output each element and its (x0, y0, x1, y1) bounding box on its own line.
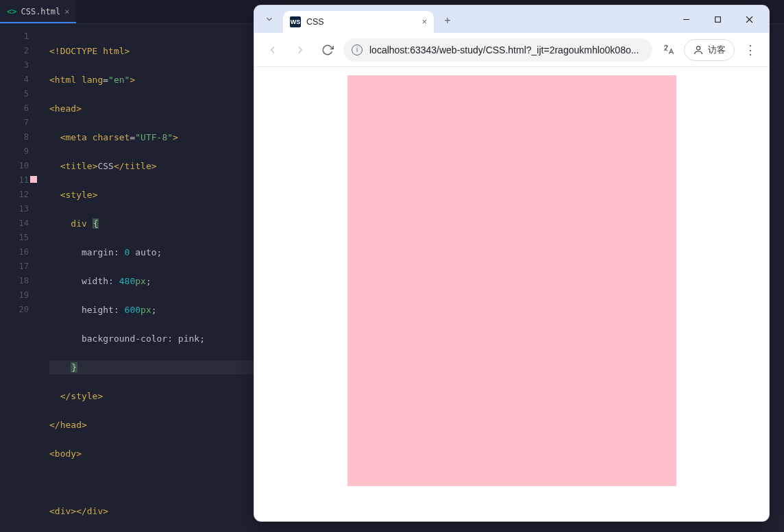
line-number: 16 (0, 245, 29, 259)
forward-button[interactable] (289, 38, 312, 62)
line-number: 14 (0, 216, 29, 231)
close-icon[interactable]: × (64, 7, 69, 16)
line-number: 4 (0, 73, 29, 87)
ide-tab-csshtml[interactable]: <> CSS.html × (0, 0, 76, 23)
line-number: 5 (0, 87, 29, 101)
line-number: 8 (0, 130, 29, 144)
line-number: 13 (0, 202, 29, 216)
new-tab-button[interactable]: + (438, 11, 457, 30)
line-number: 19 (0, 288, 29, 303)
browser-titlebar[interactable]: WS CSS × + (254, 5, 769, 33)
line-number-gutter: 1 2 3 4 5 6 7 8 9 10 11 12 13 14 15 16 1… (0, 24, 38, 532)
page-viewport[interactable] (254, 67, 769, 521)
tab-search-dropdown[interactable] (260, 10, 279, 29)
line-number: 11 (0, 173, 29, 188)
rendered-div (347, 75, 676, 486)
close-window-button[interactable] (735, 10, 763, 29)
line-number: 3 (0, 58, 29, 73)
line-number: 1 (0, 29, 29, 44)
profile-guest-button[interactable]: 访客 (684, 39, 735, 61)
address-bar[interactable]: i localhost:63343/web-study/CSS.html?_ij… (343, 38, 652, 62)
code-content[interactable]: <!DOCTYPE html> <html lang="en"> <head> … (38, 24, 255, 532)
svg-rect-1 (715, 16, 720, 22)
back-button[interactable] (261, 38, 284, 62)
browser-menu-button[interactable]: ⋮ (739, 38, 762, 62)
browser-tab[interactable]: WS CSS × (283, 11, 434, 33)
browser-tab-title: CSS (306, 17, 417, 27)
line-number: 18 (0, 274, 29, 288)
window-controls (672, 10, 763, 29)
line-number: 12 (0, 188, 29, 202)
line-number: 10 (0, 159, 29, 173)
line-number: 7 (0, 116, 29, 130)
close-tab-icon[interactable]: × (422, 17, 427, 27)
line-number: 15 (0, 231, 29, 245)
guest-label: 访客 (708, 44, 726, 56)
translate-icon[interactable] (657, 38, 680, 62)
html-file-icon: <> (7, 7, 16, 16)
color-swatch-icon[interactable] (30, 176, 37, 183)
svg-point-4 (696, 46, 700, 49)
line-number: 9 (0, 144, 29, 159)
line-number: 2 (0, 44, 29, 58)
minimize-button[interactable] (672, 10, 700, 29)
reload-button[interactable] (316, 38, 339, 62)
maximize-button[interactable] (703, 10, 732, 29)
site-info-icon[interactable]: i (352, 45, 363, 55)
url-text: localhost:63343/web-study/CSS.html?_ijt=… (369, 45, 644, 55)
favicon-icon: WS (290, 16, 301, 27)
browser-window: WS CSS × + i localhost:6 (254, 5, 769, 521)
line-number: 6 (0, 101, 29, 116)
ide-tab-filename: CSS.html (21, 7, 60, 16)
browser-toolbar: i localhost:63343/web-study/CSS.html?_ij… (254, 33, 769, 67)
line-number: 17 (0, 259, 29, 274)
line-number: 20 (0, 303, 29, 317)
